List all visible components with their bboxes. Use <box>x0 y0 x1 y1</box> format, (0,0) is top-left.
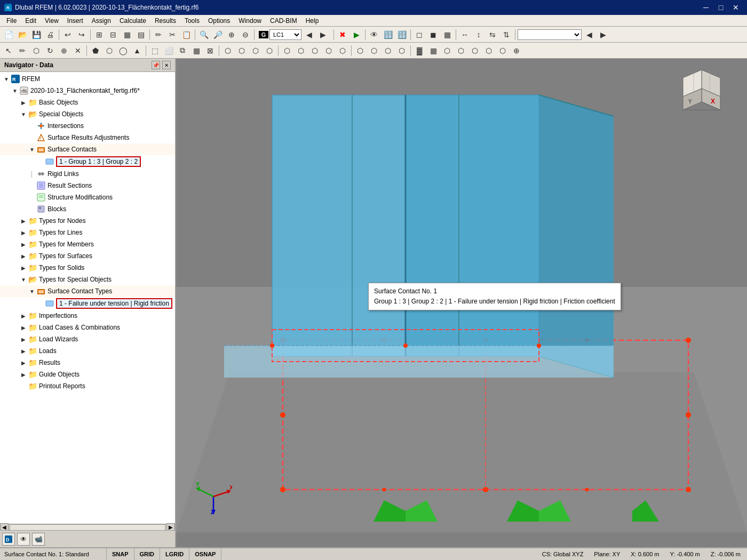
extra3[interactable]: ⇆ <box>486 28 499 41</box>
redo-btn[interactable]: ↪ <box>75 28 88 41</box>
t2-16[interactable]: ⬡ <box>221 44 234 57</box>
t2-24[interactable]: ⬡ <box>336 44 349 57</box>
hscrollbar[interactable] <box>10 524 165 531</box>
t2-14[interactable]: ▦ <box>190 44 203 57</box>
maximize-button[interactable]: □ <box>714 2 728 13</box>
extra2[interactable]: ↕ <box>472 28 485 41</box>
expander-sc[interactable]: ▼ <box>28 145 36 154</box>
expander-lw[interactable]: ▶ <box>19 335 28 343</box>
undo-btn[interactable]: ↩ <box>61 28 74 41</box>
tree-rfem[interactable]: ▼ R RFEM <box>0 73 175 85</box>
tree-types-members[interactable]: ▶ 📁 Types for Members <box>0 238 175 250</box>
expander-go[interactable]: ▶ <box>19 370 28 379</box>
stop-btn[interactable]: ✖ <box>336 28 349 41</box>
osnap-btn[interactable]: OSNAP <box>189 548 221 560</box>
t2-21[interactable]: ⬡ <box>295 44 307 57</box>
expander-file[interactable]: ▼ <box>11 86 19 95</box>
expander-tl[interactable]: ▶ <box>19 228 28 237</box>
tree-result-sections[interactable]: ▶ Result Sections <box>0 180 175 191</box>
nav-close-btn[interactable]: ✕ <box>162 61 171 69</box>
tree-load-wizards[interactable]: ▶ 📁 Load Wizards <box>0 333 175 345</box>
tree-types-solids[interactable]: ▶ 📁 Types for Solids <box>0 262 175 274</box>
t2-5[interactable]: ⊕ <box>58 44 70 57</box>
close-button[interactable]: ✕ <box>729 2 743 13</box>
open-btn[interactable]: 📂 <box>16 28 29 41</box>
snap-btn[interactable]: SNAP <box>107 548 134 560</box>
tree-sct-item[interactable]: ▶ 1 - Failure under tension | Rigid fric… <box>0 297 175 310</box>
lc-select[interactable]: LC1 <box>269 29 301 40</box>
menu-window[interactable]: Window <box>234 16 266 26</box>
render3[interactable]: ▦ <box>441 28 454 41</box>
btn7[interactable]: ✏ <box>152 28 165 41</box>
cs-select[interactable]: 1 - Global XYZ <box>518 29 582 40</box>
extra4[interactable]: ⇅ <box>500 28 513 41</box>
t2-1[interactable]: ↖ <box>2 44 15 57</box>
t2-30[interactable]: ▦ <box>427 44 440 57</box>
tree-file[interactable]: ▼ rf6 2020-10-13_Flächenkontakt_fertig.r… <box>0 85 175 97</box>
t2-2[interactable]: ✏ <box>16 44 29 57</box>
nav-data-btn[interactable]: D <box>2 533 15 546</box>
t2-13[interactable]: ⧉ <box>176 44 189 57</box>
nav-display-btn[interactable]: 👁 <box>17 533 30 546</box>
render1[interactable]: ◻ <box>413 28 426 41</box>
menu-help[interactable]: Help <box>301 16 323 26</box>
t2-12[interactable]: ⬜ <box>162 44 175 57</box>
menu-calculate[interactable]: Calculate <box>115 16 150 26</box>
btn13[interactable]: ⊖ <box>239 28 252 41</box>
vis3[interactable]: 🔢 <box>395 28 408 41</box>
expander-ts[interactable]: ▶ <box>19 252 28 260</box>
menu-cad-bim[interactable]: CAD-BIM <box>266 16 301 26</box>
t2-3[interactable]: ⬡ <box>30 44 43 57</box>
grid-btn[interactable]: GRID <box>134 548 161 560</box>
t2-18[interactable]: ⬡ <box>249 44 262 57</box>
tree-guide-objects[interactable]: ▶ 📁 Guide Objects <box>0 369 175 380</box>
tree-types-lines[interactable]: ▶ 📁 Types for Lines <box>0 227 175 238</box>
run-btn[interactable]: ▶ <box>350 28 363 41</box>
t2-25[interactable]: ⬡ <box>354 44 367 57</box>
tree-types-surfaces[interactable]: ▶ 📁 Types for Surfaces <box>0 250 175 262</box>
save-btn[interactable]: 💾 <box>30 28 43 41</box>
tree-rigid-links[interactable]: │ Rigid Links <box>0 168 175 180</box>
tree-types-nodes[interactable]: ▶ 📁 Types for Nodes <box>0 215 175 227</box>
btn6[interactable]: ▤ <box>134 28 147 41</box>
expander-loads[interactable]: ▶ <box>19 347 28 355</box>
tree-struct-mod[interactable]: ▶ Structure Modifications <box>0 191 175 203</box>
t2-15[interactable]: ⊠ <box>204 44 217 57</box>
render2[interactable]: ◼ <box>427 28 440 41</box>
expander-results[interactable]: ▶ <box>19 358 28 367</box>
t2-10[interactable]: ▲ <box>131 44 144 57</box>
menu-options[interactable]: Options <box>204 16 234 26</box>
t2-33[interactable]: ⬡ <box>468 44 481 57</box>
expander-basic[interactable]: ▶ <box>19 98 28 107</box>
expander-tso[interactable]: ▶ <box>19 263 28 272</box>
menu-results[interactable]: Results <box>150 16 180 26</box>
btn4[interactable]: ⊟ <box>107 28 120 41</box>
expander-imp[interactable]: ▶ <box>19 311 28 320</box>
new-btn[interactable]: 📄 <box>2 28 15 41</box>
nav-settings-btn[interactable]: 📹 <box>32 533 45 546</box>
t2-20[interactable]: ⬡ <box>281 44 293 57</box>
t2-26[interactable]: ⬡ <box>368 44 380 57</box>
t2-27[interactable]: ⬡ <box>382 44 394 57</box>
expander-special[interactable]: ▼ <box>19 110 28 118</box>
t2-35[interactable]: ⬡ <box>496 44 509 57</box>
tree-sct[interactable]: ▼ Surface Contact Types <box>0 285 175 297</box>
t2-8[interactable]: ⬡ <box>103 44 116 57</box>
tree-surface-results-adj[interactable]: ▶ ! Surface Results Adjustments <box>0 132 175 143</box>
expander-lc[interactable]: ▶ <box>19 323 28 332</box>
t2-22[interactable]: ⬡ <box>308 44 321 57</box>
menu-file[interactable]: File <box>2 16 21 26</box>
cs-prev[interactable]: ◀ <box>583 28 595 41</box>
expander-tn[interactable]: ▶ <box>19 217 28 225</box>
t2-28[interactable]: ⬡ <box>395 44 408 57</box>
tree-basic-objects[interactable]: ▶ 📁 Basic Objects <box>0 97 175 108</box>
btn11[interactable]: 🔎 <box>211 28 224 41</box>
t2-6[interactable]: ✕ <box>71 44 84 57</box>
expander-rfem[interactable]: ▼ <box>2 75 11 83</box>
btn9[interactable]: 📋 <box>180 28 193 41</box>
t2-9[interactable]: ◯ <box>117 44 130 57</box>
t2-7[interactable]: ⬟ <box>89 44 102 57</box>
menu-assign[interactable]: Assign <box>88 16 115 26</box>
btn5[interactable]: ▦ <box>121 28 133 41</box>
tree-blocks[interactable]: ▶ Blocks <box>0 203 175 215</box>
